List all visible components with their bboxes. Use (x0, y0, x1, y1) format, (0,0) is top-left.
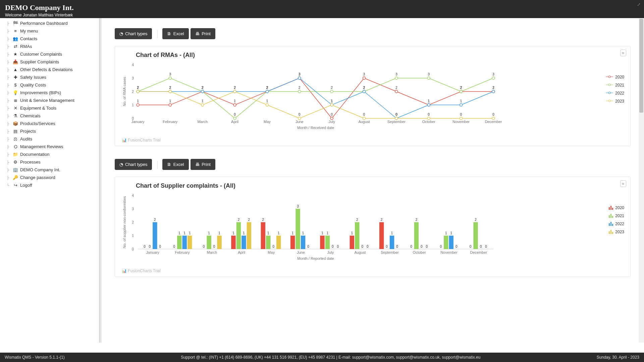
chart2-toolbar: ◔ Chart types 🗎 Excel 🖶 Print (115, 159, 631, 170)
svg-text:1: 1 (266, 99, 268, 103)
svg-text:February: February (175, 250, 190, 254)
svg-point-45 (201, 90, 204, 93)
sidebar-item-rmas[interactable]: ├⇄RMAs (0, 43, 99, 50)
legend-item-2022[interactable]: 2022 (609, 222, 624, 226)
footer: Wismatix QMS - Version 5.1.1-(1) Support… (0, 353, 644, 362)
tree-line-icon: ├ (7, 122, 11, 126)
svg-text:1: 1 (189, 231, 191, 235)
svg-text:0: 0 (363, 113, 365, 116)
chart-types-button[interactable]: ◔ Chart types (115, 159, 152, 170)
sidebar-item-performance-dashboard[interactable]: ├🏁Performance Dashboard (0, 19, 99, 27)
sidebar-item-demo-company-int-[interactable]: ├🏢DEMO Company Int. (0, 166, 99, 174)
tree-line-icon: ├ (7, 160, 11, 164)
main-scrollbar[interactable] (639, 18, 644, 343)
svg-text:0: 0 (460, 113, 462, 116)
svg-text:1: 1 (132, 103, 134, 107)
building-icon: 🏢 (13, 167, 18, 172)
list-icon: ▤ (13, 129, 18, 134)
chart-menu-icon[interactable]: ≡ (620, 50, 626, 56)
excel-button[interactable]: 🗎 Excel (162, 159, 189, 170)
svg-text:December: December (485, 120, 502, 124)
legend-item-2021[interactable]: 2021 (609, 214, 624, 218)
sidebar-item-label: Performance Dashboard (20, 21, 68, 26)
sidebar-item-audits[interactable]: ├⚖Audits (0, 135, 99, 143)
sidebar-item-improvements-bips-[interactable]: ├💡Improvements (BIPs) (0, 89, 99, 97)
svg-text:December: December (470, 250, 487, 254)
legend-item-2020[interactable]: 2020 (609, 205, 624, 210)
svg-text:1: 1 (132, 234, 134, 238)
scrollbar-thumb[interactable] (639, 19, 643, 113)
sidebar-item-label: My menu (20, 28, 38, 34)
sidebar-item-safety-issues[interactable]: ├✚Safety Issues (0, 73, 99, 81)
sidebar-item-quality-costs[interactable]: ├$Quality Costs (0, 81, 99, 89)
users-icon: 👥 (13, 36, 18, 41)
sidebar-item-management-reviews[interactable]: ├⌬Management Reviews (0, 143, 99, 150)
svg-text:April: April (238, 250, 245, 254)
star-icon: ★ (13, 52, 18, 57)
print-button[interactable]: 🖶 Print (191, 159, 215, 170)
sidebar-splitter[interactable] (99, 18, 101, 343)
fusioncharts-watermark: 📊 FusionCharts Trial (122, 138, 624, 142)
chart-types-button[interactable]: ◔ Chart types (115, 28, 152, 39)
print-label: Print (202, 162, 211, 167)
print-button[interactable]: 🖶 Print (191, 28, 215, 39)
sidebar-item-customer-complaints[interactable]: ├★Customer Complaints (0, 50, 99, 58)
legend-item-2023[interactable]: 2023 (609, 230, 624, 234)
legend-label: 2020 (615, 75, 624, 79)
app-header: DEMO Company Int. Welcome Jonatan Matthi… (0, 0, 644, 18)
svg-point-32 (169, 77, 171, 79)
sidebar-item-label: Improvements (BIPs) (20, 90, 61, 95)
print-icon: 🖶 (195, 162, 200, 167)
svg-text:0: 0 (132, 247, 134, 251)
svg-text:2: 2 (331, 86, 333, 89)
svg-text:0: 0 (173, 245, 175, 248)
sidebar-item-chemicals[interactable]: ├⚗Chemicals (0, 112, 99, 120)
svg-text:1: 1 (450, 231, 452, 235)
svg-text:0: 0 (470, 245, 472, 248)
sidebar-item-label: Supplier Complaints (20, 59, 59, 64)
sidebar-item-contacts[interactable]: ├👥Contacts (0, 35, 99, 43)
svg-text:3: 3 (428, 72, 430, 76)
svg-point-58 (233, 90, 236, 93)
sidebar-item-products-services[interactable]: ├📦Products/Services (0, 120, 99, 127)
svg-text:July: July (327, 250, 334, 254)
sidebar-item-logoff[interactable]: └↪Logoff (0, 181, 99, 189)
excel-button[interactable]: 🗎 Excel (162, 28, 189, 39)
sidebar-item-change-password[interactable]: ├🔑Change password (0, 174, 99, 181)
sidebar-item-other-defects-deviations[interactable]: ├▲Other Defects & Deviations (0, 66, 99, 73)
svg-text:2: 2 (416, 218, 418, 222)
legend-item-2020[interactable]: 2020 (606, 75, 624, 79)
svg-text:4: 4 (132, 193, 134, 197)
cogs-icon: ⚙ (13, 160, 18, 165)
legend-swatch-icon (606, 75, 613, 79)
chart-menu-icon[interactable]: ≡ (620, 180, 626, 187)
svg-point-122 (608, 100, 610, 102)
expand-icon[interactable]: ⤢ (637, 2, 641, 7)
svg-rect-202 (414, 222, 419, 249)
sidebar-item-my-menu[interactable]: ├≡My menu (0, 27, 99, 35)
sidebar-item-documentation[interactable]: ├📁Documentation (0, 150, 99, 158)
tree-line-icon: ├ (7, 137, 11, 141)
legend-item-2023[interactable]: 2023 (606, 99, 624, 104)
svg-text:October: October (413, 250, 426, 254)
svg-text:0: 0 (361, 245, 363, 248)
svg-point-64 (427, 117, 430, 120)
sidebar-item-equipment-tools[interactable]: ├✕Equipment & Tools (0, 104, 99, 112)
sidebar-item-supplier-complaints[interactable]: ├📥Supplier Complaints (0, 58, 99, 66)
svg-text:0: 0 (426, 245, 428, 248)
sidebar-item-processes[interactable]: ├⚙Processes (0, 158, 99, 166)
svg-rect-178 (296, 209, 300, 249)
legend-label: 2021 (615, 83, 624, 87)
svg-rect-169 (261, 222, 265, 249)
svg-point-40 (427, 77, 430, 79)
tree-line-icon: ├ (7, 29, 11, 33)
svg-text:1: 1 (428, 99, 430, 103)
sidebar-item-unit-service-management[interactable]: ├≣Unit & Service Management (0, 97, 99, 104)
svg-point-25 (330, 117, 333, 120)
svg-rect-207 (444, 236, 448, 249)
svg-text:1: 1 (234, 99, 236, 103)
legend-item-2021[interactable]: 2021 (606, 83, 624, 87)
legend-item-2022[interactable]: 2022 (606, 91, 624, 96)
sidebar-item-projects[interactable]: ├▤Projects (0, 127, 99, 135)
legend-swatch-icon (609, 230, 613, 234)
